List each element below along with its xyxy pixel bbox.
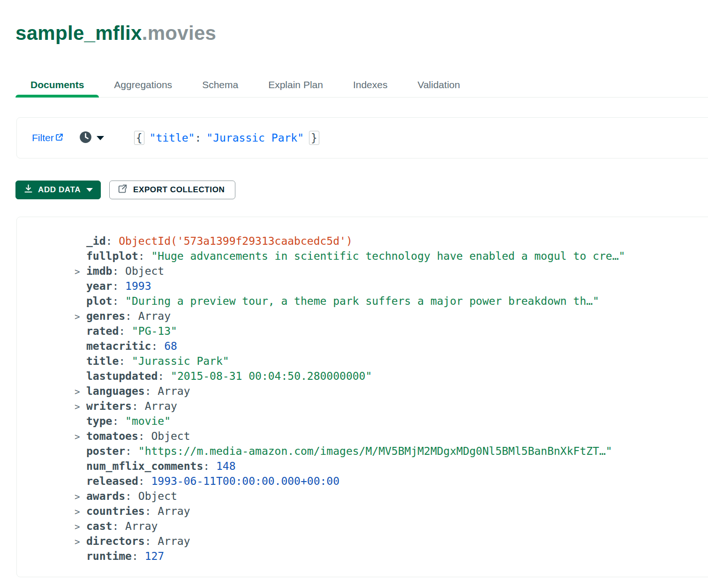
document-field-row: >languages: Array (86, 384, 705, 399)
field-value[interactable]: "Jurassic Park" (132, 355, 229, 367)
filter-query-input[interactable]: {"title":"Jurassic Park"} (134, 131, 319, 145)
field-value[interactable]: 127 (145, 550, 165, 562)
expand-chevron-icon[interactable]: > (75, 264, 80, 279)
field-value[interactable]: Array (145, 400, 177, 412)
filter-label: Filter (32, 132, 54, 143)
download-icon (23, 184, 33, 196)
tab-explain-plan[interactable]: Explain Plan (253, 69, 338, 98)
field-key: runtime (86, 550, 132, 562)
document-field-row: released: 1993-06-11T00:00:00.000+00:00 (86, 474, 705, 489)
document-field-row: _id: ObjectId('573a1399f29313caabcedc5d'… (86, 234, 705, 249)
field-value[interactable]: 1993 (125, 280, 151, 292)
field-value[interactable]: Object (138, 490, 177, 502)
field-key: lastupdated (86, 370, 158, 382)
field-value[interactable]: Array (158, 385, 190, 397)
query-bar: Filter {"title":"Jurassic Park"} (16, 117, 708, 158)
field-colon: : (145, 385, 158, 397)
export-collection-button[interactable]: EXPORT COLLECTION (109, 181, 235, 199)
add-data-button[interactable]: ADD DATA (15, 181, 101, 199)
database-name: sample_mflix (15, 22, 142, 44)
field-value[interactable]: "movie" (125, 415, 171, 427)
query-value: "Jurassic Park" (206, 132, 304, 144)
field-key: rated (86, 325, 119, 337)
field-value[interactable]: 1993-06-11T00:00:00.000+00:00 (151, 475, 339, 487)
field-colon: : (112, 295, 125, 307)
document-field-row: year: 1993 (86, 279, 705, 294)
document-field-row: >countries: Array (86, 504, 705, 519)
field-colon: : (119, 325, 132, 337)
field-value[interactable]: "Huge advancements in scientific technol… (151, 250, 625, 262)
field-colon: : (151, 340, 164, 352)
field-key: type (86, 415, 112, 427)
field-colon: : (106, 235, 119, 247)
document-field-row: plot: "During a preview tour, a theme pa… (86, 294, 705, 309)
expand-chevron-icon[interactable]: > (75, 489, 80, 504)
document-json-view: _id: ObjectId('573a1399f29313caabcedc5d'… (86, 234, 705, 564)
document-field-row: >directors: Array (86, 534, 705, 549)
tab-validation[interactable]: Validation (402, 69, 475, 98)
field-colon: : (119, 355, 132, 367)
document-field-row: type: "movie" (86, 414, 705, 429)
field-value[interactable]: "https://m.media-amazon.com/images/M/MV5… (138, 445, 612, 457)
document-field-row: >tomatoes: Object (86, 429, 705, 444)
expand-chevron-icon[interactable]: > (75, 384, 80, 399)
field-key: countries (86, 505, 145, 517)
chevron-down-icon (97, 136, 104, 140)
expand-chevron-icon[interactable]: > (75, 309, 80, 324)
toolbar: ADD DATA EXPORT COLLECTION (15, 181, 708, 199)
tab-schema[interactable]: Schema (187, 69, 253, 98)
expand-chevron-icon[interactable]: > (75, 429, 80, 444)
tab-indexes[interactable]: Indexes (338, 69, 403, 98)
field-colon: : (112, 280, 125, 292)
export-icon (117, 184, 128, 196)
field-colon: : (138, 475, 151, 487)
document-field-row: rated: "PG-13" (86, 324, 705, 339)
document-field-row: >genres: Array (86, 309, 705, 324)
tab-bar: DocumentsAggregationsSchemaExplain PlanI… (15, 69, 708, 98)
field-key: plot (86, 295, 112, 307)
tab-documents[interactable]: Documents (15, 69, 99, 98)
tab-aggregations[interactable]: Aggregations (99, 69, 187, 98)
field-colon: : (112, 415, 125, 427)
query-history-button[interactable] (79, 131, 104, 145)
field-colon: : (138, 250, 151, 262)
field-key: languages (86, 385, 145, 397)
field-value[interactable]: 148 (216, 460, 236, 472)
query-field: "title" (150, 132, 195, 144)
field-value[interactable]: "PG-13" (132, 325, 177, 337)
expand-chevron-icon[interactable]: > (75, 534, 80, 549)
filter-link[interactable]: Filter (32, 132, 63, 143)
expand-chevron-icon[interactable]: > (75, 399, 80, 414)
chevron-down-icon (86, 188, 93, 192)
document-field-row: fullplot: "Huge advancements in scientif… (86, 249, 705, 264)
field-colon: : (132, 400, 145, 412)
field-colon: : (132, 550, 145, 562)
field-value[interactable]: "2015-08-31 00:04:50.280000000" (171, 370, 372, 382)
field-value[interactable]: 68 (164, 340, 177, 352)
field-key: num_mflix_comments (86, 460, 203, 472)
field-value[interactable]: "During a preview tour, a theme park suf… (125, 295, 599, 307)
field-key: awards (86, 490, 125, 502)
open-brace: { (134, 131, 144, 145)
field-value[interactable]: Object (151, 430, 190, 442)
field-value[interactable]: Array (158, 505, 190, 517)
field-colon: : (145, 535, 158, 547)
field-key: cast (86, 520, 112, 532)
field-value[interactable]: ObjectId('573a1399f29313caabcedc5d') (119, 235, 353, 247)
expand-chevron-icon[interactable]: > (75, 519, 80, 534)
field-key: released (86, 475, 138, 487)
field-value[interactable]: Array (158, 535, 190, 547)
field-key: writers (86, 400, 132, 412)
field-colon: : (145, 505, 158, 517)
field-key: directors (86, 535, 145, 547)
query-colon: : (195, 132, 201, 144)
expand-chevron-icon[interactable]: > (75, 504, 80, 519)
field-key: tomatoes (86, 430, 138, 442)
document-card: _id: ObjectId('573a1399f29313caabcedc5d'… (16, 217, 708, 577)
field-value[interactable]: Array (138, 310, 171, 322)
field-value[interactable]: Object (125, 265, 164, 277)
field-value[interactable]: Array (125, 520, 158, 532)
clock-icon (79, 131, 92, 145)
field-key: genres (86, 310, 125, 322)
field-key: fullplot (86, 250, 138, 262)
